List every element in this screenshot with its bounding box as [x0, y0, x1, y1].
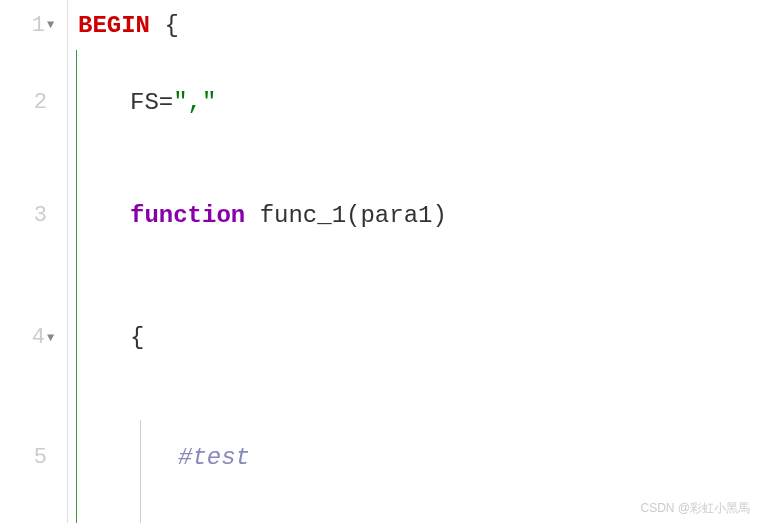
code-line[interactable]: BEGIN {	[68, 0, 760, 50]
fold-arrow-icon[interactable]: ▼	[47, 331, 61, 345]
line-num-text: 5	[34, 445, 47, 470]
operator-token: =	[159, 89, 173, 116]
watermark: CSDN @彩虹小黑馬	[640, 500, 750, 517]
code-line[interactable]: FS=","	[68, 50, 760, 155]
code-editor[interactable]: 1 ▼ 2 3 4 ▼ 5 BEGIN { FS="," functi	[0, 0, 760, 523]
keyword-token: function	[130, 202, 245, 229]
param-token: para1	[360, 202, 432, 229]
line-num-text: 3	[34, 203, 47, 228]
paren-token: )	[432, 202, 446, 229]
paren-token: (	[346, 202, 360, 229]
line-number[interactable]: 3	[0, 155, 67, 275]
line-number[interactable]: 5	[0, 400, 67, 515]
function-name-token: func_1	[260, 202, 346, 229]
string-token: ","	[173, 89, 216, 116]
line-num-text: 2	[34, 90, 47, 115]
space-token	[245, 202, 259, 229]
brace-token: {	[130, 324, 144, 351]
brace-token: {	[164, 12, 178, 39]
line-num-text: 1	[32, 13, 45, 38]
code-line[interactable]: #test	[68, 400, 760, 515]
code-area[interactable]: BEGIN { FS="," function func_1(para1) { …	[68, 0, 760, 523]
line-number[interactable]: 4 ▼	[0, 275, 67, 400]
identifier-token: FS	[130, 89, 159, 116]
code-line[interactable]: function func_1(para1)	[68, 155, 760, 275]
indent-guide	[76, 50, 77, 523]
space-token	[150, 12, 164, 39]
fold-arrow-icon[interactable]: ▼	[47, 18, 61, 32]
gutter: 1 ▼ 2 3 4 ▼ 5	[0, 0, 68, 523]
line-number[interactable]: 1 ▼	[0, 0, 67, 50]
line-num-text: 4	[32, 325, 45, 350]
indent-guide	[140, 420, 141, 523]
line-number[interactable]: 2	[0, 50, 67, 155]
comment-token: #test	[178, 444, 250, 471]
keyword-token: BEGIN	[78, 12, 150, 39]
code-line[interactable]: {	[68, 275, 760, 400]
